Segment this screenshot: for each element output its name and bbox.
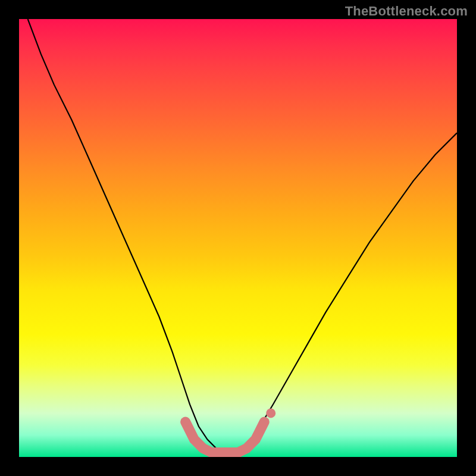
bottom-marker-cluster [181,408,276,452]
marker-path [186,422,265,453]
marker-dot-1 [266,408,275,418]
chart-svg [19,19,457,457]
bottleneck-curve [28,19,457,453]
plot-area [19,19,457,457]
watermark-text: TheBottleneck.com [345,4,468,19]
marker-dot-0 [181,417,190,427]
chart-frame: TheBottleneck.com [0,0,476,476]
